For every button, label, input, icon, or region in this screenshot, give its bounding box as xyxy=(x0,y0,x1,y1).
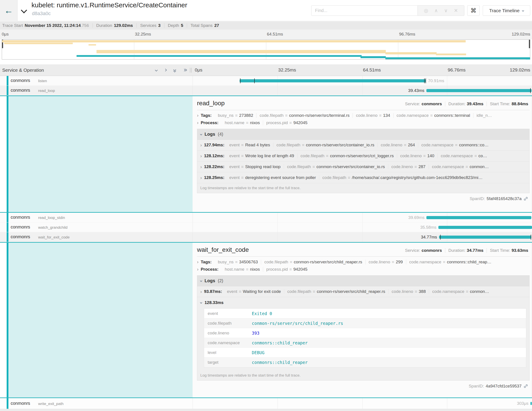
prev-match-icon[interactable]: ∧ xyxy=(434,8,438,14)
span-duration-label: 70.91ms xyxy=(428,78,444,83)
collapse-all-icon[interactable] xyxy=(173,68,176,72)
timeline-column-header: Service & Operation 0μs 32.25ms 64.51ms … xyxy=(0,64,532,76)
trace-minimap[interactable] xyxy=(2,39,530,59)
chevron-down-icon xyxy=(200,302,202,304)
log-entry[interactable]: › 127.94ms: event=Read 4 bytes code.file… xyxy=(197,140,529,151)
detail-indent-backdrop xyxy=(9,243,193,397)
minimap-ruler: 0μs 32.25ms 64.51ms 96.76ms 129.02ms xyxy=(0,29,532,39)
logs-header[interactable]: Logs (4) xyxy=(197,129,529,140)
log-entry[interactable]: › 93.87ms: event=Waiting for exit code c… xyxy=(197,286,529,297)
log-marker-tick xyxy=(426,78,426,83)
depth-label: Depth xyxy=(168,23,179,28)
log-fields-table: eventExited 0 code.filepathconmon-rs/ser… xyxy=(204,308,526,367)
back-button[interactable]: ← xyxy=(0,0,18,21)
log-entry[interactable]: › 128.25ms: event=deregistering event so… xyxy=(197,172,529,183)
start-time-value: 93.63ms xyxy=(512,248,528,253)
start-time-label: Start Time: xyxy=(490,101,510,106)
log-field-row: levelDEBUG xyxy=(204,348,526,357)
service-name: conmonrs xyxy=(11,78,30,83)
copy-link-icon[interactable] xyxy=(523,196,528,201)
operation-name: wait_for_exit_code xyxy=(38,235,70,240)
column-resizer-handle[interactable] xyxy=(190,68,192,73)
service-color-stripe xyxy=(7,213,9,222)
span-row-read-loop-stdin[interactable]: conmonrs read_loop_stdin 39.69ms xyxy=(0,213,532,223)
expand-all-icon[interactable] xyxy=(183,68,186,72)
logs-section: Logs (2) › 93.87ms: event=Waiting for ex… xyxy=(197,275,530,381)
ruler-tick: 129.02ms xyxy=(510,67,530,73)
minimap-gridline xyxy=(398,40,398,59)
minimap-right-drag-handle[interactable] xyxy=(529,40,530,48)
chevron-right-icon: › xyxy=(200,175,202,180)
log-field-row: targetconmonrs::child_reaper xyxy=(204,357,526,367)
logs-header[interactable]: Logs (2) xyxy=(197,275,529,286)
log-field: event=Wrote log line of length 49 xyxy=(226,153,297,158)
span-duration-bar[interactable] xyxy=(240,79,426,82)
service-color-stripe xyxy=(7,243,9,397)
span-bar-track[interactable]: 39.43ms xyxy=(193,86,532,95)
span-row-listen[interactable]: conmonrs listen 70.91ms xyxy=(0,76,532,86)
span-bar-track[interactable]: 34.77ms xyxy=(193,232,532,242)
find-input[interactable] xyxy=(311,5,418,16)
keyboard-shortcuts-button[interactable]: ⌘ xyxy=(467,5,480,16)
span-detail-meta: Service:conmonrs Duration:34.77ms Start … xyxy=(405,248,530,253)
services-label: Services xyxy=(140,23,156,28)
log-entry[interactable]: › 128.12ms: event=Wrote log line of leng… xyxy=(197,151,529,161)
span-row-wait-for-exit-code[interactable]: conmonrs wait_for_exit_code 34.77ms xyxy=(0,232,532,242)
divider xyxy=(93,23,93,28)
tags-row[interactable]: › Tags: busy_ns=273882 code.filepath=con… xyxy=(197,113,530,118)
next-match-icon[interactable]: ∨ xyxy=(444,8,448,14)
span-row-watch-grandchild[interactable]: conmonrs watch_grandchild 35.58ms xyxy=(0,223,532,232)
expand-one-icon[interactable] xyxy=(164,68,167,71)
span-bar-track[interactable]: 35.58ms xyxy=(193,223,532,232)
tags-row[interactable]: › Tags: busy_ns=34506763 code.filepath=c… xyxy=(197,259,530,264)
span-duration-bar[interactable] xyxy=(438,226,532,229)
span-row-write-exit-path[interactable]: conmonrs write_exit_path 303μs xyxy=(0,398,532,409)
trace-title-chevron-down-icon[interactable] xyxy=(21,7,27,13)
process-chip: host.name=nixos xyxy=(222,267,263,272)
log-entry[interactable]: › 128.22ms: event=Stopping read loop cod… xyxy=(197,161,529,172)
operation-name: watch_grandchild xyxy=(38,225,67,230)
chevron-right-icon: › xyxy=(200,153,202,158)
process-row[interactable]: › Process: host.name=nixos process.pid=9… xyxy=(197,120,530,125)
service-label: Service: xyxy=(405,248,420,253)
span-duration-bar[interactable] xyxy=(439,235,531,239)
tag-chip: code.lineno=299 xyxy=(366,260,406,264)
match-target-icon[interactable]: ◎ xyxy=(424,8,428,14)
copy-link-icon[interactable] xyxy=(523,384,528,389)
span-id-row: SpanID: 5faf48165428c37a xyxy=(197,196,528,201)
span-duration-bar[interactable] xyxy=(426,216,531,219)
logs-footnote: Log timestamps are relative to the start… xyxy=(197,183,529,193)
log-field: event=Waiting for exit code xyxy=(224,289,284,294)
divider xyxy=(486,101,487,106)
minimap-span-bar xyxy=(4,43,73,44)
trace-title: kubelet: runtime.v1.RuntimeService/Creat… xyxy=(31,1,187,9)
span-detail-panel: wait_for_exit_code Service:conmonrs Dura… xyxy=(193,243,532,397)
span-duration-bar[interactable] xyxy=(426,89,532,92)
view-selector-button[interactable]: Trace Timeline xyxy=(483,5,530,16)
log-field: code.namespace=co… xyxy=(438,153,490,158)
detail-indent-backdrop xyxy=(9,96,193,212)
log-field: code.namespace=conmon… xyxy=(429,289,492,294)
log-field: event=deregistering event source from po… xyxy=(226,175,319,180)
divider xyxy=(197,110,530,110)
process-row[interactable]: › Process: host.name=nixos process.pid=9… xyxy=(197,267,530,272)
span-bar-track[interactable]: 39.69ms xyxy=(193,213,532,222)
collapse-one-icon[interactable] xyxy=(155,68,158,71)
divider xyxy=(164,23,164,28)
chevron-right-icon: › xyxy=(200,164,202,169)
service-name: conmonrs xyxy=(11,234,30,239)
find-tools: ◎ ∧ ∨ ✕ xyxy=(418,5,464,16)
log-entry-expanded[interactable]: 128.33ms xyxy=(197,297,529,308)
span-bar-track[interactable]: 303μs xyxy=(193,398,532,409)
log-marker-tick xyxy=(424,78,425,83)
duration-value: 39.43ms xyxy=(467,101,484,106)
log-field-row: code.lineno393 xyxy=(204,328,526,338)
span-row-read-loop[interactable]: conmonrs read_loop 39.43ms xyxy=(0,86,532,96)
minimap-span-bar xyxy=(385,52,437,54)
clear-search-icon[interactable]: ✕ xyxy=(454,8,458,14)
ruler-tick: 96.76ms xyxy=(399,32,415,37)
span-bar-track[interactable]: 70.91ms xyxy=(193,76,532,86)
service-value: conmonrs xyxy=(421,248,442,253)
logs-footnote: Log timestamps are relative to the start… xyxy=(197,371,529,380)
span-duration-bar[interactable] xyxy=(531,402,532,405)
